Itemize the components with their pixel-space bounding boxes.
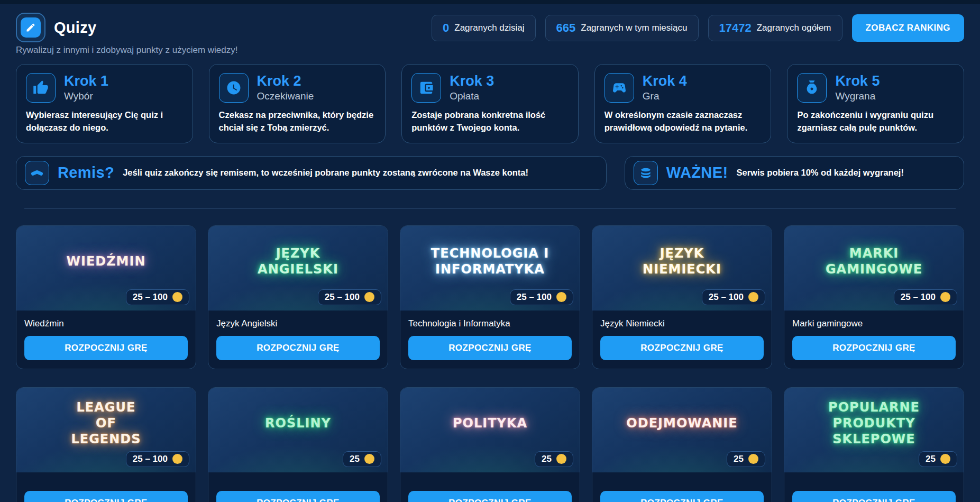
quiz-cover: JĘZYK ANGIELSKI 25 – 100 [208, 226, 388, 311]
step-card-2: Krok 2 Oczekiwanie Czekasz na przeciwnik… [209, 64, 386, 143]
quiz-cover: TECHNOLOGIA I INFORMATYKA 25 – 100 [400, 226, 580, 311]
quiz-name [784, 472, 964, 484]
quiz-name: Wiedźmin [16, 311, 196, 329]
coin-icon [364, 292, 374, 302]
quiz-card[interactable]: POPULARNE PRODUKTY SKLEPOWE 25 ROZPOCZNI… [784, 387, 964, 502]
page-subtitle: Rywalizuj z innymi i zdobywaj punkty z u… [16, 45, 237, 56]
quiz-cover: WIEDŹMIN 25 – 100 [16, 226, 196, 311]
coin-icon [172, 292, 182, 302]
start-game-button[interactable]: ROZPOCZNIJ GRĘ [600, 491, 764, 502]
step-subtitle: Gra [643, 90, 687, 102]
draw-notice-title: Remis? [58, 164, 114, 181]
pencil-icon [21, 17, 41, 38]
handshake-icon [25, 161, 49, 185]
coin-icon [940, 292, 950, 302]
quiz-cover: ROŚLINY 25 [208, 388, 388, 472]
points-range: 25 [734, 454, 744, 464]
stat-label: Zagranych w tym miesiącu [581, 23, 687, 33]
quiz-cover: LEAGUE OF LEGENDS 25 – 100 [16, 388, 196, 472]
coin-icon [556, 454, 566, 464]
start-game-button[interactable]: ROZPOCZNIJ GRĘ [408, 491, 572, 502]
quiz-name [208, 472, 388, 484]
points-badge: 25 [727, 451, 765, 467]
stat-label: Zagranych ogółem [757, 23, 831, 33]
points-range: 25 – 100 [517, 292, 552, 303]
stat-played-total: 17472 Zagranych ogółem [708, 15, 842, 41]
start-game-button[interactable]: ROZPOCZNIJ GRĘ [24, 336, 188, 360]
section-divider [24, 208, 956, 208]
step-subtitle: Wygrana [835, 90, 880, 102]
quiz-cover: MARKI GAMINGOWE 25 – 100 [784, 226, 964, 311]
stat-label: Zagranych dzisiaj [454, 23, 524, 33]
quiz-cover: POPULARNE PRODUKTY SKLEPOWE 25 [784, 388, 964, 472]
points-badge: 25 – 100 [126, 289, 189, 305]
header-stats: 0 Zagranych dzisiaj 665 Zagranych w tym … [432, 14, 964, 42]
draw-notice: Remis? Jeśli quiz zakończy się remisem, … [16, 156, 607, 190]
step-title: Krok 4 [643, 74, 687, 88]
quiz-card[interactable]: LEAGUE OF LEGENDS 25 – 100 ROZPOCZNIJ GR… [16, 387, 196, 502]
start-game-button[interactable]: ROZPOCZNIJ GRĘ [792, 491, 956, 502]
quiz-card[interactable]: TECHNOLOGIA I INFORMATYKA 25 – 100 Techn… [400, 225, 580, 369]
quiz-card[interactable]: WIEDŹMIN 25 – 100 Wiedźmin ROZPOCZNIJ GR… [16, 225, 196, 369]
points-badge: 25 [919, 451, 957, 467]
stat-value: 0 [443, 21, 449, 35]
points-badge: 25 – 100 [510, 289, 573, 305]
quiz-card[interactable]: JĘZYK NIEMIECKI 25 – 100 Język Niemiecki… [592, 225, 772, 369]
page-title: Quizy [54, 19, 96, 36]
quiz-neon-title: JĘZYK ANGIELSKI [253, 245, 343, 291]
quiz-neon-title: MARKI GAMINGOWE [821, 245, 927, 291]
coins-icon [634, 161, 658, 185]
step-title: Krok 1 [64, 74, 108, 88]
start-game-button[interactable]: ROZPOCZNIJ GRĘ [792, 336, 956, 360]
coin-icon [172, 454, 182, 464]
start-game-button[interactable]: ROZPOCZNIJ GRĘ [600, 336, 764, 360]
points-badge: 25 – 100 [702, 289, 765, 305]
quiz-card[interactable]: MARKI GAMINGOWE 25 – 100 Marki gamingowe… [784, 225, 964, 369]
clock-icon [219, 73, 249, 103]
points-badge: 25 [343, 451, 381, 467]
coin-icon [748, 292, 758, 302]
wallet-icon [411, 73, 441, 103]
quiz-neon-title: WIEDŹMIN [62, 253, 150, 283]
step-subtitle: Oczekiwanie [257, 90, 314, 102]
quiz-neon-title: ODEJMOWANIE [622, 415, 741, 445]
show-ranking-button[interactable]: ZOBACZ RANKING [852, 14, 964, 42]
start-game-button[interactable]: ROZPOCZNIJ GRĘ [24, 491, 188, 502]
quiz-name: Język Angielski [208, 311, 388, 329]
start-game-button[interactable]: ROZPOCZNIJ GRĘ [408, 336, 572, 360]
quiz-neon-title: ROŚLINY [261, 415, 335, 445]
important-notice-text: Serwis pobiera 10% od każdej wygranej! [737, 168, 904, 178]
points-range: 25 – 100 [325, 292, 360, 303]
important-notice-title: WAŻNE! [666, 164, 728, 181]
header-title-block: Quizy Rywalizuj z innymi i zdobywaj punk… [16, 13, 237, 56]
stat-played-today: 0 Zagranych dzisiaj [432, 15, 536, 41]
step-card-4: Krok 4 Gra W określonym czasie zaznaczas… [594, 64, 772, 143]
money-bag-icon [797, 73, 827, 103]
quiz-card[interactable]: ROŚLINY 25 ROZPOCZNIJ GRĘ [208, 387, 388, 502]
quiz-grid: WIEDŹMIN 25 – 100 Wiedźmin ROZPOCZNIJ GR… [16, 225, 964, 502]
points-range: 25 [350, 454, 360, 464]
step-card-5: Krok 5 Wygrana Po zakończeniu i wygraniu… [787, 64, 964, 143]
quiz-name: Marki gamingowe [784, 311, 964, 329]
thumb-up-icon [26, 73, 56, 103]
quiz-name [592, 472, 772, 484]
points-range: 25 – 100 [709, 292, 744, 303]
points-range: 25 – 100 [901, 292, 936, 303]
quiz-card[interactable]: ODEJMOWANIE 25 ROZPOCZNIJ GRĘ [592, 387, 772, 502]
step-description: Po zakończeniu i wygraniu quizu zgarnias… [797, 109, 954, 134]
quiz-neon-title: POLITYKA [448, 415, 532, 445]
step-description: Czekasz na przeciwnika, który będzie chc… [219, 109, 376, 134]
quiz-card[interactable]: POLITYKA 25 ROZPOCZNIJ GRĘ [400, 387, 580, 502]
points-range: 25 – 100 [133, 292, 168, 303]
step-title: Krok 2 [257, 74, 314, 88]
notices-row: Remis? Jeśli quiz zakończy się remisem, … [16, 156, 964, 190]
stat-value: 665 [556, 21, 576, 35]
quiz-neon-title: JĘZYK NIEMIECKI [638, 245, 726, 291]
quiz-card[interactable]: JĘZYK ANGIELSKI 25 – 100 Język Angielski… [208, 225, 388, 369]
quiz-cover: JĘZYK NIEMIECKI 25 – 100 [592, 226, 772, 311]
start-game-button[interactable]: ROZPOCZNIJ GRĘ [216, 491, 380, 502]
start-game-button[interactable]: ROZPOCZNIJ GRĘ [216, 336, 380, 360]
stat-value: 17472 [719, 21, 752, 35]
quiz-neon-title: TECHNOLOGIA I INFORMATYKA [427, 245, 553, 291]
quizzes-page: Quizy Rywalizuj z innymi i zdobywaj punk… [0, 4, 980, 502]
